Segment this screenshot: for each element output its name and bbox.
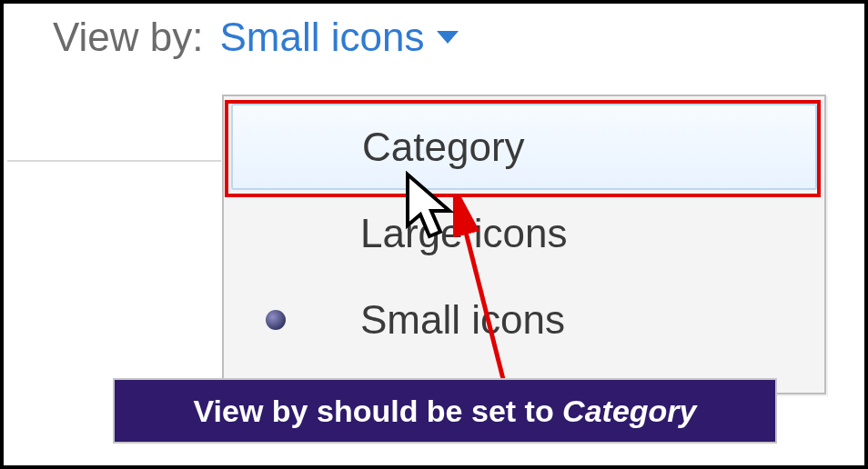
menu-list: Category Large icons Small icons	[231, 104, 817, 363]
caption-prefix: View by should be set to	[194, 394, 563, 428]
menu-item-small-icons[interactable]: Small icons	[231, 276, 817, 363]
separator	[7, 160, 221, 162]
radio-selected-icon	[266, 310, 286, 330]
viewby-dropdown-trigger[interactable]: Small icons	[220, 15, 461, 60]
chevron-down-icon	[435, 29, 460, 45]
menu-item-label: Small icons	[360, 297, 565, 343]
viewby-row: View by: Small icons	[53, 15, 460, 60]
menu-item-large-icons[interactable]: Large icons	[231, 190, 817, 276]
annotation-caption-text: View by should be set to Category	[194, 394, 697, 429]
menu-item-label: Large icons	[360, 211, 567, 256]
viewby-dropdown-menu: Category Large icons Small icons	[222, 95, 826, 394]
viewby-selected-value: Small icons	[220, 15, 425, 60]
caption-emphasis: Category	[562, 394, 696, 428]
annotation-caption: View by should be set to Category	[113, 378, 777, 444]
svg-marker-0	[437, 31, 459, 44]
menu-item-label: Category	[362, 125, 525, 170]
viewby-label: View by:	[53, 15, 204, 60]
menu-item-category[interactable]: Category	[231, 104, 817, 190]
screenshot-frame: View by: Small icons Category Large icon…	[0, 0, 868, 469]
